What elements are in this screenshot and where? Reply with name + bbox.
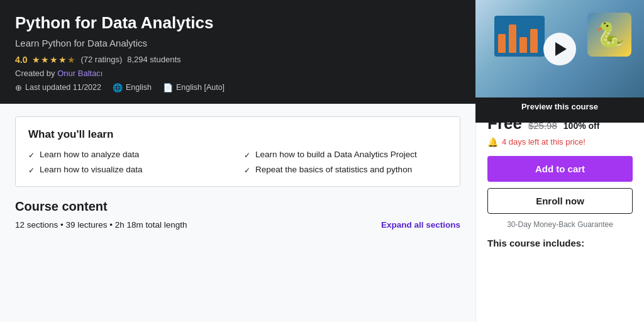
bar-1 bbox=[498, 34, 506, 53]
globe-icon: 🌐 bbox=[113, 83, 123, 92]
course-content-title: Course content bbox=[15, 199, 460, 214]
python-emoji: 🐍 bbox=[595, 21, 625, 48]
learn-text-1: Learn how to analyze data bbox=[40, 150, 139, 159]
course-meta-text: 12 sections • 39 lectures • 2h 18m total… bbox=[15, 220, 187, 230]
expand-all-link[interactable]: Expand all sections bbox=[381, 220, 460, 230]
left-content: What you'll learn ✓ Learn how to analyze… bbox=[0, 104, 475, 322]
countdown-row: 🔔 4 days left at this price! bbox=[487, 137, 633, 147]
learn-item-2: ✓ Learn how to visualize data bbox=[28, 165, 231, 175]
check-icon-2: ✓ bbox=[28, 166, 35, 175]
enroll-now-button[interactable]: Enroll now bbox=[487, 188, 633, 214]
hero-content: Python for Data Analytics Learn Python f… bbox=[15, 13, 487, 92]
learn-box: What you'll learn ✓ Learn how to analyze… bbox=[15, 116, 460, 187]
guarantee-text: 30-Day Money-Back Guarantee bbox=[487, 220, 633, 229]
learn-text-4: Repeat the basics of statistics and pyth… bbox=[255, 165, 412, 174]
check-icon-4: ✓ bbox=[244, 166, 250, 175]
star-5: ★ bbox=[67, 55, 75, 65]
star-1: ★ bbox=[32, 55, 40, 65]
meta-row: ⊕ Last updated 11/2022 🌐 English 📄 Engli… bbox=[15, 83, 487, 92]
hero-section: Python for Data Analytics Learn Python f… bbox=[0, 0, 644, 104]
preview-label[interactable]: Preview this course bbox=[475, 97, 644, 116]
course-subtitle: Learn Python for Data Analytics bbox=[15, 38, 487, 48]
learn-item-1: ✓ Learn how to analyze data bbox=[28, 150, 231, 160]
learn-grid: ✓ Learn how to analyze data ✓ Learn how … bbox=[28, 150, 447, 175]
created-row: Created by Onur Baltacı bbox=[15, 69, 487, 78]
learn-item-3: ✓ Learn how to build a Data Analytics Pr… bbox=[244, 150, 447, 160]
chart-shape bbox=[494, 16, 545, 57]
learn-item-4: ✓ Repeat the basics of statistics and py… bbox=[244, 165, 447, 175]
star-3: ★ bbox=[50, 55, 58, 65]
bar-3 bbox=[519, 37, 527, 53]
includes-title: This course includes: bbox=[487, 238, 633, 248]
rating-count: (72 ratings) bbox=[80, 55, 122, 64]
learn-text-3: Learn how to build a Data Analytics Proj… bbox=[255, 150, 417, 159]
play-button[interactable] bbox=[543, 33, 576, 65]
check-icon-1: ✓ bbox=[28, 151, 35, 160]
course-title: Python for Data Analytics bbox=[15, 13, 487, 34]
caption-icon: 📄 bbox=[163, 83, 173, 92]
main-body: What you'll learn ✓ Learn how to analyze… bbox=[0, 104, 644, 322]
rating-number: 4.0 bbox=[15, 55, 27, 65]
right-sidebar: Free $25.98 100% off 🔔 4 days left at th… bbox=[475, 104, 644, 322]
instructor-link[interactable]: Onur Baltacı bbox=[57, 69, 103, 78]
star-2: ★ bbox=[41, 55, 49, 65]
course-meta-row: 12 sections • 39 lectures • 2h 18m total… bbox=[15, 220, 460, 230]
learn-text-2: Learn how to visualize data bbox=[40, 165, 143, 174]
learn-title: What you'll learn bbox=[28, 128, 447, 141]
preview-image: 🐍 bbox=[475, 0, 644, 97]
bar-2 bbox=[509, 25, 516, 53]
bar-4 bbox=[530, 29, 538, 53]
countdown-text: 4 days left at this price! bbox=[502, 137, 586, 147]
rating-row: 4.0 ★ ★ ★ ★ ★ (72 ratings) 8,294 student… bbox=[15, 55, 487, 65]
check-icon-3: ✓ bbox=[244, 151, 250, 160]
python-logo-shape: 🐍 bbox=[587, 13, 631, 57]
clock-icon: ⊕ bbox=[15, 83, 22, 92]
course-content-section: Course content 12 sections • 39 lectures… bbox=[15, 199, 460, 230]
captions-text: English [Auto] bbox=[176, 83, 225, 92]
add-to-cart-button[interactable]: Add to cart bbox=[487, 156, 633, 182]
students-count: 8,294 students bbox=[127, 55, 180, 64]
star-4: ★ bbox=[58, 55, 67, 65]
last-updated-meta: ⊕ Last updated 11/2022 bbox=[15, 83, 101, 92]
created-by-label: Created by bbox=[15, 69, 55, 78]
play-triangle-icon bbox=[555, 42, 567, 56]
alarm-icon: 🔔 bbox=[487, 137, 498, 147]
language-text: English bbox=[126, 83, 152, 92]
last-updated-text: Last updated 11/2022 bbox=[25, 83, 101, 92]
language-meta: 🌐 English bbox=[113, 83, 152, 92]
star-rating: ★ ★ ★ ★ ★ bbox=[32, 55, 75, 65]
captions-meta: 📄 English [Auto] bbox=[163, 83, 225, 92]
preview-card: 🐍 Preview this course bbox=[475, 0, 644, 123]
